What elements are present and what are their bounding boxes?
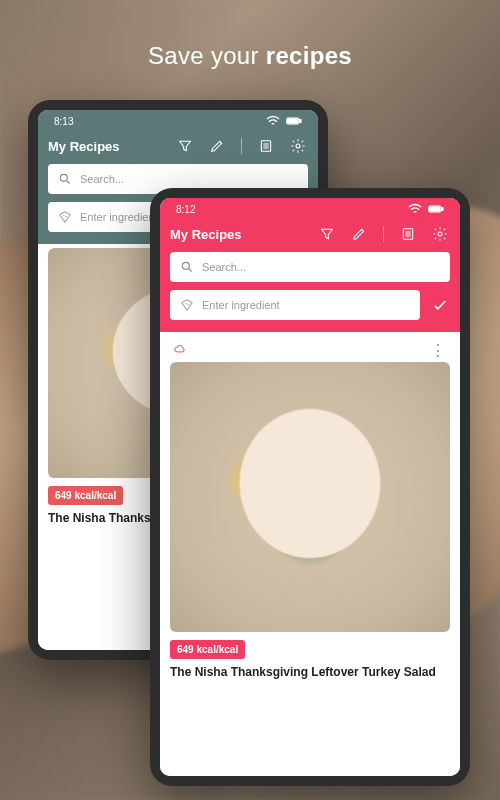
toolbar-separator (241, 138, 242, 154)
recipe-card[interactable]: ⋮ 649 kcal/kcal The Nisha Thanksgiving L… (170, 336, 450, 687)
battery-icon (428, 201, 444, 217)
list-icon[interactable] (258, 138, 274, 154)
page-title: My Recipes (170, 227, 242, 242)
gear-icon[interactable] (290, 138, 306, 154)
svg-point-5 (60, 174, 67, 181)
page-title: My Recipes (48, 139, 120, 154)
recipe-title: The Nisha Thanksgiving Leftover Turkey S… (170, 665, 450, 687)
app-toolbar: My Recipes (160, 220, 460, 248)
svg-point-13 (182, 262, 189, 269)
battery-icon (286, 113, 302, 129)
svg-point-4 (296, 144, 300, 148)
status-bar: 8:13 (38, 110, 318, 132)
app-toolbar: My Recipes (38, 132, 318, 160)
search-input[interactable]: Search... (170, 252, 450, 282)
list-icon[interactable] (400, 226, 416, 242)
gear-icon[interactable] (432, 226, 448, 242)
ingredient-input[interactable]: Enter ingredient (170, 290, 420, 320)
recipe-image (170, 362, 450, 632)
search-icon (58, 172, 72, 186)
svg-rect-9 (430, 207, 440, 211)
search-icon (180, 260, 194, 274)
svg-rect-1 (288, 119, 298, 123)
pizza-icon (58, 210, 72, 224)
wifi-icon (407, 201, 423, 217)
svg-point-15 (188, 304, 189, 305)
edit-icon[interactable] (209, 138, 225, 154)
kcal-badge: 649 kcal/kcal (48, 486, 123, 505)
svg-point-12 (438, 232, 442, 236)
filter-icon[interactable] (319, 226, 335, 242)
svg-rect-2 (300, 119, 302, 122)
cloud-icon (172, 342, 188, 360)
more-icon[interactable]: ⋮ (428, 343, 448, 359)
svg-rect-10 (442, 207, 444, 210)
clock: 8:13 (54, 116, 73, 127)
kcal-badge: 649 kcal/kcal (170, 640, 245, 659)
svg-point-14 (185, 303, 186, 304)
clock: 8:12 (176, 204, 195, 215)
tablet-mock-front: 8:12 My Recipes Search... (150, 188, 470, 786)
filter-icon[interactable] (177, 138, 193, 154)
edit-icon[interactable] (351, 226, 367, 242)
wifi-icon (265, 113, 281, 129)
confirm-ingredient-button[interactable] (430, 295, 450, 315)
promo-headline: Save your recipes (0, 42, 500, 70)
pizza-icon (180, 298, 194, 312)
toolbar-separator (383, 226, 384, 242)
svg-point-7 (66, 216, 67, 217)
svg-point-6 (63, 215, 64, 216)
status-bar: 8:12 (160, 198, 460, 220)
